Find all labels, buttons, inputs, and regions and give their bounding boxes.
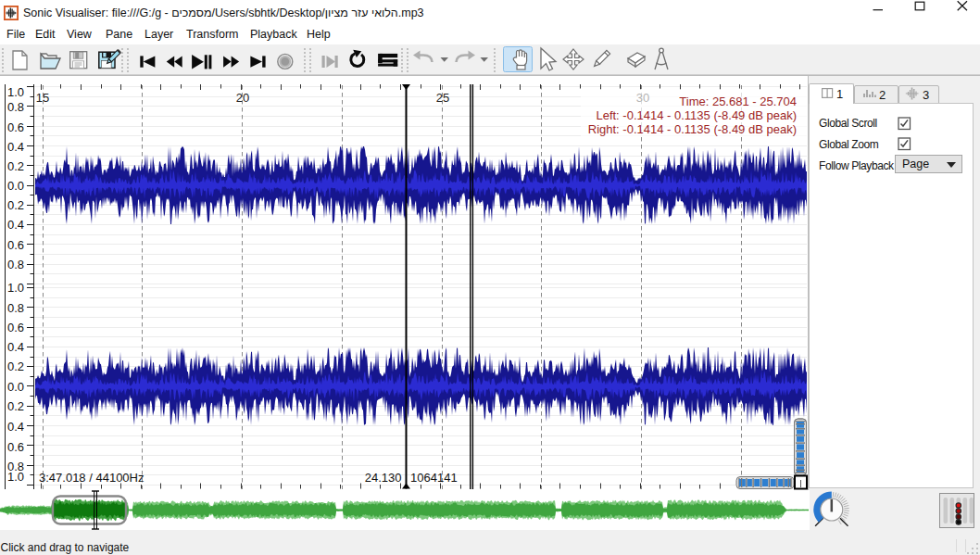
svg-text:0.8: 0.8 [7, 100, 24, 114]
svg-text:0.0: 0.0 [7, 179, 24, 193]
svg-text:30: 30 [636, 91, 649, 105]
svg-text:1.0: 1.0 [7, 85, 24, 99]
svg-text:1.0: 1.0 [7, 281, 24, 295]
svg-text:0.2: 0.2 [7, 198, 24, 212]
svg-text:0.6: 0.6 [7, 120, 24, 134]
svg-text:0.2: 0.2 [7, 359, 24, 373]
svg-text:15: 15 [36, 91, 49, 105]
svg-text:Time: 25.681 - 25.704: Time: 25.681 - 25.704 [679, 95, 797, 108]
svg-text:20: 20 [236, 91, 249, 105]
svg-text:Left: -0.1414 - 0.1135 (-8.49: Left: -0.1414 - 0.1135 (-8.49 dB peak) [596, 108, 797, 122]
svg-text:0.6: 0.6 [7, 238, 24, 252]
svg-text:25: 25 [436, 91, 449, 105]
svg-text:0.8: 0.8 [7, 258, 24, 271]
svg-text:24.130: 24.130 [365, 471, 402, 485]
svg-text:0.4: 0.4 [7, 420, 24, 434]
svg-text:0.6: 0.6 [7, 440, 24, 454]
svg-text:1064141: 1064141 [410, 471, 458, 485]
svg-text:Right: -0.1414 - 0.1135 (-8.49: Right: -0.1414 - 0.1135 (-8.49 dB peak) [588, 122, 797, 136]
svg-text:0.6: 0.6 [7, 321, 24, 334]
svg-text:0.0: 0.0 [7, 380, 24, 394]
svg-text:3:47.018 / 44100Hz: 3:47.018 / 44100Hz [39, 471, 144, 485]
svg-text:0.4: 0.4 [7, 140, 24, 154]
svg-text:0.2: 0.2 [7, 159, 24, 173]
svg-text:0.4: 0.4 [7, 340, 24, 354]
svg-text:1.0: 1.0 [7, 470, 24, 484]
svg-text:0.8: 0.8 [7, 301, 24, 315]
svg-text:0.4: 0.4 [7, 218, 24, 232]
svg-text:0.2: 0.2 [7, 399, 24, 413]
